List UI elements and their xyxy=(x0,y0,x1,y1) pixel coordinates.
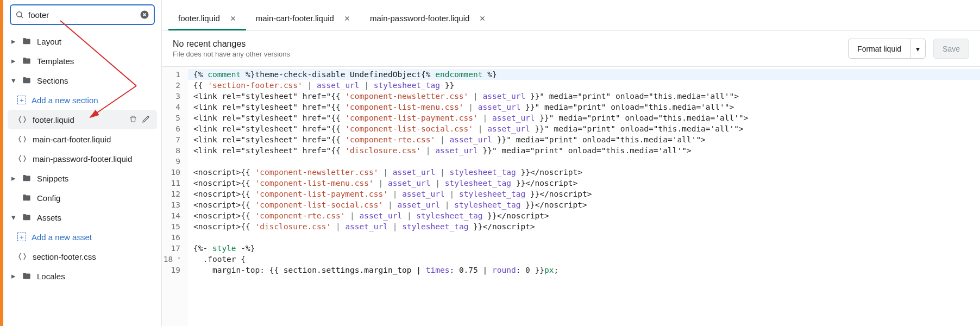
folder-icon xyxy=(22,173,32,183)
code-line[interactable]: <noscript>{{ 'disclosure.css' | asset_ur… xyxy=(193,221,980,232)
chevron-right-icon: ▸ xyxy=(11,271,16,281)
code-line[interactable]: {% comment %}theme-check-disable Undefin… xyxy=(188,69,980,80)
file-item-footer-liquid[interactable]: footer.liquid xyxy=(8,110,157,129)
status-subtitle: File does not have any other versions xyxy=(173,50,290,58)
folder-label: Config xyxy=(37,193,60,203)
editor-pane: footer.liquidmain-cart-footer.liquidmain… xyxy=(162,0,980,326)
code-line[interactable]: <noscript>{{ 'component-list-social.css'… xyxy=(193,199,980,210)
search-input[interactable] xyxy=(28,10,135,20)
close-icon[interactable] xyxy=(479,15,486,22)
folder-templates[interactable]: ▸ Templates xyxy=(3,51,161,71)
format-liquid-dropdown[interactable]: ▾ xyxy=(910,39,926,59)
code-line[interactable] xyxy=(193,232,980,243)
add-section-link[interactable]: + Add a new section xyxy=(3,90,161,110)
line-gutter: 123456789101112131415161718 ˅19 xyxy=(162,67,188,326)
close-icon[interactable] xyxy=(344,15,350,22)
file-item-main-password-footer-liquid[interactable]: main-password-footer.liquid xyxy=(3,149,161,168)
folder-layout[interactable]: ▸ Layout xyxy=(3,32,161,51)
add-icon: + xyxy=(17,96,26,104)
tab-main-cart-footer-liquid[interactable]: main-cart-footer.liquid xyxy=(246,8,360,30)
liquid-file-icon xyxy=(17,252,27,261)
code-line[interactable]: <link rel="stylesheet" href="{{ 'compone… xyxy=(193,91,980,102)
file-label: footer.liquid xyxy=(33,115,74,124)
code-line[interactable]: <link rel="stylesheet" href="{{ 'compone… xyxy=(193,134,980,145)
status-title: No recent changes xyxy=(173,39,290,49)
chevron-right-icon: ▸ xyxy=(11,36,16,46)
chevron-down-icon: ▾ xyxy=(11,76,16,85)
tab-footer-liquid[interactable]: footer.liquid xyxy=(168,8,246,30)
svg-line-1 xyxy=(21,16,23,18)
file-tree: ▸ Layout ▸ Templates ▾ Sections xyxy=(3,29,161,326)
folder-label: Sections xyxy=(37,76,68,85)
tab-label: footer.liquid xyxy=(178,14,220,23)
tab-label: main-cart-footer.liquid xyxy=(256,14,334,23)
folder-icon xyxy=(22,212,32,222)
tab-bar: footer.liquidmain-cart-footer.liquidmain… xyxy=(162,0,980,31)
code-line[interactable]: .footer { xyxy=(193,254,980,265)
add-section-label: Add a new section xyxy=(32,96,98,105)
search-icon xyxy=(15,10,24,19)
code-content[interactable]: {% comment %}theme-check-disable Undefin… xyxy=(188,67,980,326)
code-line[interactable]: <link rel="stylesheet" href="{{ 'compone… xyxy=(193,123,980,134)
status-bar: No recent changes File does not have any… xyxy=(162,31,980,67)
file-item-main-cart-footer-liquid[interactable]: main-cart-footer.liquid xyxy=(3,129,161,149)
code-line[interactable]: {{ 'section-footer.css' | asset_url | st… xyxy=(193,80,980,91)
folder-config[interactable]: ▸ Config xyxy=(3,188,161,208)
search-box[interactable] xyxy=(10,4,155,25)
code-line[interactable]: <link rel="stylesheet" href="{{ 'disclos… xyxy=(193,145,980,156)
folder-icon xyxy=(22,76,32,85)
folder-label: Layout xyxy=(37,37,61,46)
code-line[interactable]: <noscript>{{ 'component-rte.css' | asset… xyxy=(193,210,980,221)
add-icon: + xyxy=(17,233,26,241)
folder-label: Assets xyxy=(37,213,61,222)
chevron-right-icon: ▸ xyxy=(11,173,16,183)
delete-icon[interactable] xyxy=(129,115,137,125)
chevron-down-icon: ▾ xyxy=(11,212,16,222)
chevron-right-icon: ▸ xyxy=(11,56,16,66)
add-asset-link[interactable]: + Add a new asset xyxy=(3,227,161,247)
folder-label: Templates xyxy=(37,57,74,66)
file-label: main-cart-footer.liquid xyxy=(33,135,111,144)
chevron-down-icon: ▾ xyxy=(916,45,920,53)
file-label: section-footer.css xyxy=(33,252,96,261)
file-label: main-password-footer.liquid xyxy=(33,154,132,164)
folder-icon xyxy=(22,36,32,46)
clear-search-icon[interactable] xyxy=(140,10,149,20)
code-line[interactable] xyxy=(193,156,980,167)
folder-sections[interactable]: ▾ Sections xyxy=(3,71,161,90)
code-line[interactable]: <noscript>{{ 'component-list-menu.css' |… xyxy=(193,178,980,189)
liquid-file-icon xyxy=(17,115,27,124)
liquid-file-icon xyxy=(17,154,27,164)
format-liquid-button[interactable]: Format liquid xyxy=(848,39,910,59)
code-line[interactable]: margin-top: {{ section.settings.margin_t… xyxy=(193,265,980,275)
folder-locales[interactable]: ▸ Locales xyxy=(3,266,161,286)
code-line[interactable]: {%- style -%} xyxy=(193,243,980,254)
folder-snippets[interactable]: ▸ Snippets xyxy=(3,168,161,188)
file-item-section-footer-css[interactable]: section-footer.css xyxy=(3,247,161,266)
tab-main-password-footer-liquid[interactable]: main-password-footer.liquid xyxy=(360,8,495,30)
file-sidebar: ▸ Layout ▸ Templates ▾ Sections xyxy=(3,0,162,326)
folder-icon xyxy=(22,271,32,281)
tab-label: main-password-footer.liquid xyxy=(370,14,469,23)
folder-icon xyxy=(22,193,32,203)
edit-icon[interactable] xyxy=(142,115,150,125)
save-button[interactable]: Save xyxy=(933,39,969,59)
code-line[interactable]: <noscript>{{ 'component-newsletter.css' … xyxy=(193,167,980,178)
liquid-file-icon xyxy=(17,134,27,144)
folder-assets[interactable]: ▾ Assets xyxy=(3,208,161,227)
add-asset-label: Add a new asset xyxy=(32,233,92,242)
code-line[interactable]: <noscript>{{ 'component-list-payment.css… xyxy=(193,189,980,199)
code-editor[interactable]: 123456789101112131415161718 ˅19 {% comme… xyxy=(162,67,980,326)
code-line[interactable]: <link rel="stylesheet" href="{{ 'compone… xyxy=(193,102,980,112)
folder-label: Locales xyxy=(37,272,65,281)
svg-point-0 xyxy=(17,12,22,17)
folder-label: Snippets xyxy=(37,174,68,183)
folder-icon xyxy=(22,56,32,66)
code-line[interactable]: <link rel="stylesheet" href="{{ 'compone… xyxy=(193,112,980,123)
close-icon[interactable] xyxy=(230,15,236,22)
